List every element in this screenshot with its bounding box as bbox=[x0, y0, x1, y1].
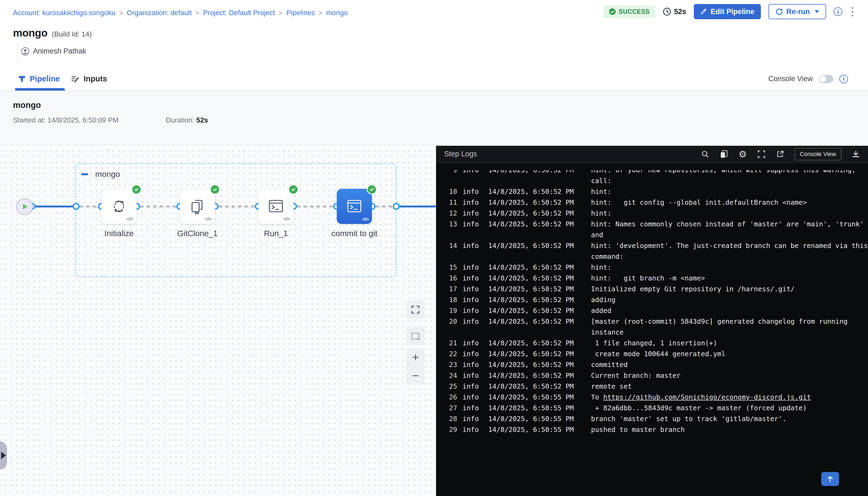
copy-icon[interactable] bbox=[719, 150, 728, 159]
step-success-icon bbox=[211, 185, 219, 193]
canvas-expand-button[interactable] bbox=[406, 300, 425, 319]
more-options-menu[interactable] bbox=[850, 5, 855, 18]
breadcrumb-separator: > bbox=[319, 9, 322, 17]
console-view-info-icon[interactable]: i bbox=[839, 75, 848, 83]
open-in-new-icon[interactable] bbox=[776, 150, 784, 158]
breadcrumb-item[interactable]: Project: Default Project bbox=[203, 9, 275, 17]
log-message: committed bbox=[591, 361, 627, 369]
run-info-band: mongo Started at: 14/8/2025, 6:50:09 PM … bbox=[0, 91, 868, 145]
started-at: Started at: 14/8/2025, 6:50:09 PM bbox=[13, 116, 166, 124]
stage-name: mongo bbox=[95, 170, 120, 179]
tab-pipeline-label: Pipeline bbox=[30, 74, 60, 83]
log-row: 28info14/8/2025, 6:50:55 PMbranch 'maste… bbox=[436, 414, 868, 424]
pipeline-node-commit-to-git[interactable]: </> bbox=[337, 189, 372, 224]
breadcrumb: Account: kurosakiichigo.songoku>Organiza… bbox=[13, 9, 348, 17]
tab-inputs[interactable]: Inputs bbox=[71, 67, 107, 91]
search-icon[interactable] bbox=[701, 150, 709, 158]
log-message: 1 file changed, 1 insertion(+) bbox=[591, 339, 717, 347]
edit-pipeline-button[interactable]: Edit Pipeline bbox=[694, 4, 761, 19]
expand-right-icon bbox=[1, 452, 6, 459]
pipeline-canvas[interactable]: mongo </> Initialize </> GitClone_1 </> … bbox=[0, 146, 436, 496]
edit-pipeline-label: Edit Pipeline bbox=[711, 7, 755, 16]
log-row: command: bbox=[436, 251, 868, 262]
log-row: 12info14/8/2025, 6:50:52 PMhint: bbox=[436, 208, 868, 219]
gear-icon[interactable]: ⚙ bbox=[739, 150, 746, 159]
log-row: 27info14/8/2025, 6:50:55 PM + 82a6dbb...… bbox=[436, 403, 868, 414]
log-row: 20info14/8/2025, 6:50:52 PM[master (root… bbox=[436, 316, 868, 327]
author-row: Animesh Pathak bbox=[21, 47, 86, 56]
node-label: commit to git bbox=[322, 229, 387, 238]
zoom-out-button[interactable]: − bbox=[406, 367, 425, 385]
canvas-marquee-button[interactable] bbox=[406, 327, 425, 345]
fullscreen-icon[interactable] bbox=[757, 150, 766, 158]
zoom-in-button[interactable]: + bbox=[406, 348, 425, 367]
log-row: 24info14/8/2025, 6:50:52 PMCurrent branc… bbox=[436, 370, 868, 381]
collapse-stage-icon[interactable] bbox=[81, 173, 88, 175]
log-message: hint: bbox=[591, 263, 611, 271]
log-message: call: bbox=[591, 177, 611, 185]
page-title-row: mongo (Build Id: 14) bbox=[13, 27, 92, 39]
status-badge-label: SUCCESS bbox=[619, 8, 650, 15]
page-title: mongo bbox=[13, 27, 47, 39]
rerun-label: Re-run bbox=[786, 7, 810, 16]
pipeline-node-initialize[interactable]: </> bbox=[102, 189, 137, 224]
step-success-icon bbox=[289, 185, 297, 193]
status-badge: SUCCESS bbox=[603, 5, 655, 18]
duration-value: 52s bbox=[674, 7, 686, 16]
log-row: call: bbox=[436, 175, 868, 186]
pipeline-node-run_1[interactable]: </> bbox=[258, 189, 294, 224]
log-row: 22info14/8/2025, 6:50:52 PM create mode … bbox=[436, 348, 868, 359]
log-row: 19info14/8/2025, 6:50:52 PMadded bbox=[436, 305, 868, 316]
breadcrumb-item[interactable]: Pipelines bbox=[286, 9, 315, 17]
console-view-toggle[interactable] bbox=[819, 75, 833, 83]
terminal-icon bbox=[267, 198, 284, 215]
download-icon[interactable] bbox=[852, 150, 860, 158]
node-label: GitClone_1 bbox=[165, 229, 230, 238]
log-message: remote set bbox=[591, 383, 632, 390]
left-panel-expand-handle[interactable] bbox=[0, 441, 7, 469]
log-row: 10info14/8/2025, 6:50:52 PMhint: bbox=[436, 186, 868, 197]
connector-dashed-line bbox=[219, 205, 255, 207]
connector-dashed-line bbox=[375, 205, 393, 207]
log-message: hint: bbox=[591, 209, 611, 217]
breadcrumb-item[interactable]: Account: kurosakiichigo.songoku bbox=[13, 9, 115, 17]
arrow-up-icon bbox=[826, 475, 834, 483]
log-row: 16info14/8/2025, 6:50:52 PMhint: git bra… bbox=[436, 273, 868, 284]
breadcrumb-item[interactable]: Organization: default bbox=[127, 9, 192, 17]
duration-indicator: 52s bbox=[663, 7, 686, 16]
log-row: 23info14/8/2025, 6:50:52 PMcommitted bbox=[436, 359, 868, 370]
terminal-icon bbox=[346, 198, 363, 215]
log-row: 18info14/8/2025, 6:50:52 PMadding bbox=[436, 295, 868, 305]
step-success-icon bbox=[368, 185, 376, 193]
run-name: mongo bbox=[13, 100, 41, 110]
rerun-button[interactable]: Re-run bbox=[769, 4, 826, 19]
console-view-label: Console View bbox=[768, 75, 813, 83]
log-message: hint: git branch -m <name> bbox=[591, 274, 705, 282]
user-avatar-icon bbox=[21, 47, 29, 56]
log-message: added bbox=[591, 307, 611, 314]
run-info-icon[interactable]: i bbox=[834, 7, 842, 16]
stage-label: mongo bbox=[81, 170, 120, 179]
breadcrumb-separator: > bbox=[279, 9, 283, 17]
chevron-down-icon bbox=[815, 10, 819, 13]
console-view-button[interactable]: Console View bbox=[794, 148, 841, 160]
step-logs-panel: Step Logs ⚙ Console View bbox=[436, 146, 868, 496]
log-message: hint: of your new repositories, which wi… bbox=[591, 170, 855, 174]
header-actions: SUCCESS 52s Edit Pipeline Re-run bbox=[603, 4, 855, 19]
pipeline-icon bbox=[18, 75, 26, 83]
log-message: Current branch: master bbox=[591, 372, 681, 379]
tab-pipeline[interactable]: Pipeline bbox=[18, 67, 60, 91]
git-clone-icon bbox=[189, 198, 206, 215]
node-label: Run_1 bbox=[244, 229, 308, 238]
tab-inputs-label: Inputs bbox=[83, 74, 107, 83]
divider bbox=[17, 42, 18, 61]
log-link[interactable]: https://github.com/Sonichigo/economy-dis… bbox=[603, 393, 811, 401]
log-row: 25info14/8/2025, 6:50:52 PMremote set bbox=[436, 381, 868, 392]
breadcrumb-item[interactable]: mongo bbox=[326, 9, 348, 17]
pipeline-node-gitclone_1[interactable]: </> bbox=[180, 189, 215, 224]
log-content[interactable]: 9info14/8/2025, 6:50:52 PMhint: of your … bbox=[436, 170, 868, 496]
log-header-icons: ⚙ Console View bbox=[701, 148, 860, 160]
log-message: create mode 100644 generated.yml bbox=[591, 350, 726, 358]
pipeline-start-node[interactable] bbox=[16, 198, 33, 215]
scroll-to-top-button[interactable] bbox=[821, 472, 839, 486]
